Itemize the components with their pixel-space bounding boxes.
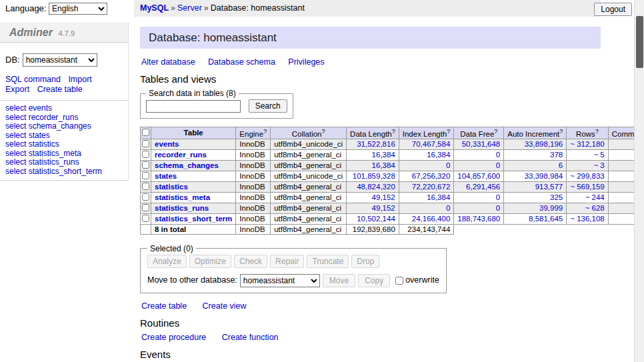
table-link-events[interactable]: events <box>155 140 179 148</box>
column-help-link[interactable]: ? <box>494 128 497 135</box>
table-link-statistics_runs[interactable]: statistics_runs <box>155 204 209 212</box>
analyze-button[interactable]: Analyze <box>147 255 187 268</box>
repair-button[interactable]: Repair <box>270 255 304 268</box>
sql-command-link[interactable]: SQL command <box>5 75 61 84</box>
breadcrumb-mysql-link[interactable]: MySQL <box>140 3 169 13</box>
sidebar-link-select-statistics-runs[interactable]: select statistics_runs <box>5 157 79 167</box>
column-help-link[interactable]: ? <box>595 128 599 135</box>
data-length-link[interactable]: 48,824,320 <box>357 183 395 191</box>
move-button[interactable]: Move <box>323 274 355 287</box>
optimize-button[interactable]: Optimize <box>189 255 231 268</box>
data-free-link[interactable]: 0 <box>496 151 500 159</box>
create-table-link[interactable]: Create table <box>141 301 187 311</box>
breadcrumb-server-link[interactable]: Server <box>177 3 202 13</box>
auto-increment-link[interactable]: 33,398,984 <box>525 172 563 180</box>
column-help-link[interactable]: ? <box>559 128 563 135</box>
vertical-scrollbar[interactable] <box>634 0 644 362</box>
rows-link[interactable]: ~ 3 <box>593 161 604 169</box>
create-function-link[interactable]: Create function <box>222 333 279 342</box>
data-free-link[interactable]: 50,331,648 <box>462 140 501 148</box>
table-link-statistics_short_term[interactable]: statistics_short_term <box>155 215 232 223</box>
index-length-link[interactable]: 72,220,672 <box>412 183 451 191</box>
column-help-link[interactable]: ? <box>392 128 395 135</box>
row-checkbox-states[interactable] <box>142 172 149 179</box>
select-all-checkbox[interactable] <box>142 129 149 136</box>
data-free-link[interactable]: 188,743,680 <box>457 215 500 223</box>
row-checkbox-recorder_runs[interactable] <box>142 151 149 158</box>
row-checkbox-statistics[interactable] <box>142 183 149 190</box>
database-schema-link[interactable]: Database schema <box>208 57 275 67</box>
index-length-link[interactable]: 16,384 <box>427 151 450 159</box>
auto-increment-link[interactable]: 913,577 <box>535 183 563 191</box>
data-length-link[interactable]: 101,859,328 <box>353 172 395 180</box>
index-length-link[interactable]: 24,166,400 <box>412 215 451 223</box>
index-length-link[interactable]: 70,467,584 <box>412 140 451 148</box>
index-length-link[interactable]: 0 <box>446 204 450 212</box>
rows-link[interactable]: ~ 312,180 <box>570 140 604 148</box>
data-free-link[interactable]: 0 <box>496 161 500 169</box>
auto-increment-link[interactable]: 8,581,645 <box>529 215 563 223</box>
privileges-link[interactable]: Privileges <box>288 57 324 67</box>
index-length-link[interactable]: 67,256,320 <box>412 172 451 180</box>
alter-database-link[interactable]: Alter database <box>141 57 195 67</box>
rows-link[interactable]: ~ 569,159 <box>570 183 604 191</box>
auto-increment-link[interactable]: 33,898,196 <box>525 140 563 148</box>
check-button[interactable]: Check <box>234 255 267 268</box>
row-checkbox-statistics_runs[interactable] <box>142 204 149 211</box>
export-link[interactable]: Export <box>5 85 29 94</box>
data-free-link[interactable]: 0 <box>496 193 500 201</box>
column-help-link[interactable]: ? <box>447 128 450 135</box>
import-link[interactable]: Import <box>68 75 91 84</box>
data-length-link[interactable]: 49,152 <box>372 193 395 201</box>
auto-increment-link[interactable]: 378 <box>550 151 563 159</box>
overwrite-checkbox[interactable] <box>395 277 403 285</box>
data-length-link[interactable]: 31,522,816 <box>357 140 395 148</box>
data-free-link[interactable]: 6,291,456 <box>466 183 500 191</box>
sidebar-link-select-statistics[interactable]: select statistics <box>5 139 59 149</box>
table-link-statistics_meta[interactable]: statistics_meta <box>155 193 210 201</box>
db-select[interactable]: homeassistant <box>23 53 97 67</box>
rows-link[interactable]: ~ 244 <box>585 193 605 201</box>
sidebar-link-select-statistics-short-term[interactable]: select statistics_short_term <box>5 167 102 176</box>
auto-increment-link[interactable]: 6 <box>559 161 563 169</box>
auto-increment-link[interactable]: 39,999 <box>539 204 563 212</box>
data-free-link[interactable]: 104,857,600 <box>457 172 500 180</box>
drop-button[interactable]: Drop <box>351 255 379 268</box>
rows-link[interactable]: ~ 628 <box>585 204 605 212</box>
logout-button[interactable]: Logout <box>594 3 632 16</box>
table-link-recorder_runs[interactable]: recorder_runs <box>155 151 207 159</box>
rows-link[interactable]: ~ 5 <box>593 151 604 159</box>
language-select[interactable]: English <box>49 3 107 15</box>
data-length-link[interactable]: 49,152 <box>372 204 395 212</box>
index-length-link[interactable]: 0 <box>446 161 450 169</box>
create-view-link[interactable]: Create view <box>203 301 247 311</box>
scrollbar-thumb[interactable] <box>636 16 643 68</box>
table-link-schema_changes[interactable]: schema_changes <box>155 161 219 169</box>
sidebar-link-select-schema-changes[interactable]: select schema_changes <box>5 121 91 131</box>
copy-button[interactable]: Copy <box>358 274 390 287</box>
row-checkbox-events[interactable] <box>142 140 149 147</box>
index-length-link[interactable]: 16,384 <box>427 193 450 201</box>
search-input[interactable] <box>146 100 241 113</box>
sidebar-link-select-statistics-meta[interactable]: select statistics_meta <box>5 149 81 158</box>
sidebar-link-select-events[interactable]: select events <box>5 103 52 113</box>
search-button[interactable]: Search <box>249 99 287 113</box>
create-procedure-link[interactable]: Create procedure <box>141 333 206 342</box>
data-free-link[interactable]: 0 <box>496 204 500 212</box>
column-help-link[interactable]: ? <box>263 128 267 135</box>
table-link-statistics[interactable]: statistics <box>155 183 188 191</box>
move-db-select[interactable]: homeassistant <box>240 274 320 287</box>
truncate-button[interactable]: Truncate <box>307 255 349 268</box>
create-table-sidebar-link[interactable]: Create table <box>37 85 83 94</box>
rows-link[interactable]: ~ 136,108 <box>570 215 604 223</box>
sidebar-link-select-recorder-runs[interactable]: select recorder_runs <box>5 113 78 122</box>
sidebar-link-select-states[interactable]: select states <box>5 131 50 140</box>
row-checkbox-schema_changes[interactable] <box>142 161 149 169</box>
row-checkbox-statistics_short_term[interactable] <box>142 215 149 222</box>
rows-link[interactable]: ~ 299,833 <box>570 172 604 180</box>
data-length-link[interactable]: 16,384 <box>372 151 395 159</box>
column-help-link[interactable]: ? <box>321 128 325 135</box>
table-link-states[interactable]: states <box>155 172 177 180</box>
data-length-link[interactable]: 16,384 <box>372 161 395 169</box>
overwrite-label[interactable]: overwrite <box>405 275 439 285</box>
